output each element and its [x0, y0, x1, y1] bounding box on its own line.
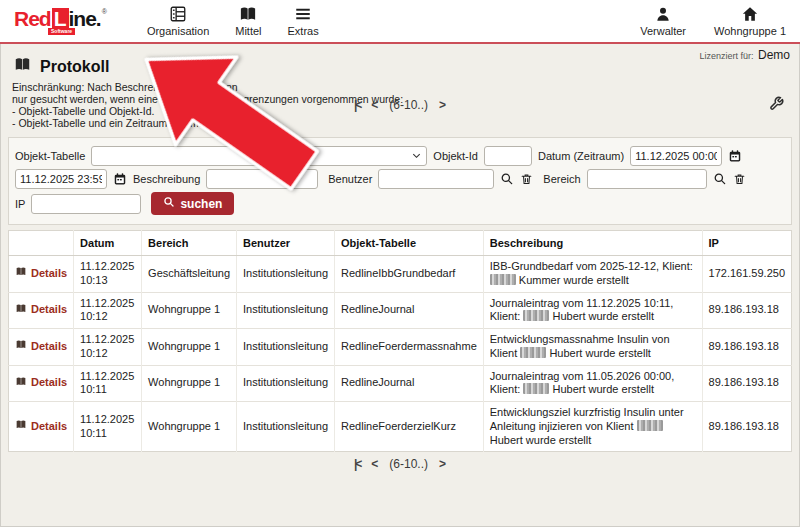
- redacted-client-name: [520, 347, 546, 358]
- log-table-body: Details 11.12.2025 10:13 Geschäftsleitun…: [9, 256, 792, 452]
- row-ip: 89.186.193.18: [702, 329, 791, 366]
- datum-bis-input[interactable]: [15, 169, 107, 189]
- page-title-row: Protokoll: [12, 44, 792, 77]
- description-text: Hubert wurde erstellt: [549, 347, 651, 359]
- main-menu: Organisation Mittel Extras: [147, 5, 319, 37]
- settings-wrench-icon[interactable]: [769, 96, 784, 115]
- hamburger-icon: [294, 5, 312, 23]
- info-line: - Objekt-Tabelle und ein Zeitraum von ma…: [12, 117, 792, 129]
- description-text: Hubert wurde erstellt: [490, 434, 592, 446]
- trash-icon-bereich[interactable]: [733, 172, 746, 186]
- row-objekt-tabelle: RedlineJournal: [335, 292, 484, 329]
- suchen-button-label: suchen: [180, 197, 222, 211]
- description-text: Hubert wurde erstellt: [552, 383, 654, 395]
- objekt-tabelle-select[interactable]: [91, 146, 427, 166]
- org-chart-icon: [169, 5, 187, 23]
- redacted-client-name: [490, 274, 516, 285]
- calendar-icon-von[interactable]: [728, 149, 742, 163]
- bereich-label: Bereich: [543, 173, 580, 185]
- objekt-id-label: Objekt-Id: [433, 150, 478, 162]
- calendar-icon-bis[interactable]: [113, 172, 127, 186]
- row-time: 10:11: [80, 427, 135, 441]
- details-label: Details: [31, 376, 67, 390]
- redline-logo[interactable]: RedLine.® Software: [14, 8, 107, 35]
- menu-item-mittel[interactable]: Mittel: [235, 5, 261, 37]
- table-row: Details 11.12.2025 10:12 Wohngruppe 1 In…: [9, 292, 792, 329]
- redacted-client-name: [637, 420, 663, 431]
- row-beschreibung: Journaleintrag vom 11.05.2026 00:00, Kli…: [483, 365, 702, 402]
- redacted-client-name: [523, 383, 549, 394]
- row-beschreibung: IBB-Grundbedarf vom 2025-12-12, Klient: …: [483, 256, 702, 293]
- row-bereich: Wohngruppe 1: [142, 365, 237, 402]
- trash-icon-benutzer[interactable]: [520, 172, 533, 186]
- benutzer-input[interactable]: [378, 169, 494, 189]
- table-row: Details 11.12.2025 10:12 Wohngruppe 1 In…: [9, 329, 792, 366]
- search-icon-bereich[interactable]: [713, 172, 727, 186]
- row-benutzer: Institutionsleitung: [237, 292, 335, 329]
- protocol-table: Datum Bereich Benutzer Objekt-Tabelle Be…: [8, 230, 792, 452]
- top-navbar: RedLine.® Software Organisation: [0, 0, 800, 42]
- menu-item-label: Mittel: [235, 25, 261, 37]
- details-link[interactable]: Details: [15, 339, 67, 354]
- row-time: 10:12: [80, 347, 135, 361]
- description-text: IBB-Grundbedarf vom 2025-12-12, Klient:: [490, 260, 693, 272]
- details-link[interactable]: Details: [15, 376, 67, 391]
- details-book-icon: [15, 376, 27, 391]
- licensed-label: Lizenziert für:: [699, 51, 753, 61]
- next-page-button[interactable]: >: [439, 98, 446, 112]
- details-link[interactable]: Details: [15, 266, 67, 281]
- menu-item-extras[interactable]: Extras: [288, 5, 319, 37]
- row-date: 11.12.2025: [80, 370, 135, 384]
- info-line: Einschränkung: Nach Beschreibung und IP …: [12, 81, 792, 93]
- datum-von-input[interactable]: [630, 146, 722, 166]
- ip-label: IP: [15, 198, 25, 210]
- suchen-button[interactable]: suchen: [151, 192, 234, 215]
- logo-subtitle: Software: [48, 28, 75, 35]
- column-header-objekt-tabelle: Objekt-Tabelle: [335, 231, 484, 256]
- beschreibung-input[interactable]: [206, 169, 318, 189]
- row-objekt-tabelle: RedlineFoerderzielKurz: [335, 402, 484, 452]
- next-page-button[interactable]: >: [439, 457, 446, 471]
- table-row: Details 11.12.2025 10:13 Geschäftsleitun…: [9, 256, 792, 293]
- user-menu-verwalter[interactable]: Verwalter: [640, 5, 686, 37]
- navbar-right: Verwalter Wohngruppe 1: [640, 5, 786, 37]
- pagination-top: |< < (6-10..) >: [354, 98, 446, 112]
- description-text: Kummer wurde erstellt: [519, 274, 629, 286]
- row-date: 11.12.2025: [80, 260, 135, 274]
- row-date: 11.12.2025: [80, 297, 135, 311]
- previous-page-button[interactable]: <: [371, 457, 378, 471]
- first-page-button[interactable]: |<: [354, 457, 360, 471]
- logo-registered-mark: ®: [102, 8, 107, 15]
- bereich-input[interactable]: [587, 169, 707, 189]
- details-link[interactable]: Details: [15, 303, 67, 318]
- protocol-book-icon: [12, 56, 33, 77]
- details-link[interactable]: Details: [15, 419, 67, 434]
- row-benutzer: Institutionsleitung: [237, 402, 335, 452]
- row-bereich: Wohngruppe 1: [142, 292, 237, 329]
- row-objekt-tabelle: RedlineIbbGrundbedarf: [335, 256, 484, 293]
- details-book-icon: [15, 303, 27, 318]
- details-label: Details: [31, 420, 67, 434]
- row-objekt-tabelle: RedlineFoerdermassnahme: [335, 329, 484, 366]
- row-ip: 172.161.59.250: [702, 256, 791, 293]
- redacted-client-name: [523, 310, 549, 321]
- column-header-bereich: Bereich: [142, 231, 237, 256]
- menu-item-label: Extras: [288, 25, 319, 37]
- menu-item-organisation[interactable]: Organisation: [147, 5, 209, 37]
- previous-page-button[interactable]: <: [371, 98, 378, 112]
- search-icon-benutzer[interactable]: [500, 172, 514, 186]
- group-menu-wohngruppe[interactable]: Wohngruppe 1: [714, 5, 786, 37]
- table-header-row: Datum Bereich Benutzer Objekt-Tabelle Be…: [9, 231, 792, 256]
- row-time: 10:11: [80, 383, 135, 397]
- filter-row-3: IP suchen: [15, 192, 785, 215]
- objekt-id-input[interactable]: [484, 146, 532, 166]
- ip-input[interactable]: [31, 194, 141, 214]
- book-icon: [239, 5, 257, 23]
- details-label: Details: [31, 340, 67, 354]
- column-header-datum: Datum: [74, 231, 142, 256]
- description-text: Hubert wurde erstellt: [552, 310, 654, 322]
- first-page-button[interactable]: |<: [354, 98, 360, 112]
- table-row: Details 11.12.2025 10:11 Wohngruppe 1 In…: [9, 402, 792, 452]
- logo-text-box: L: [52, 8, 69, 29]
- row-bereich: Wohngruppe 1: [142, 402, 237, 452]
